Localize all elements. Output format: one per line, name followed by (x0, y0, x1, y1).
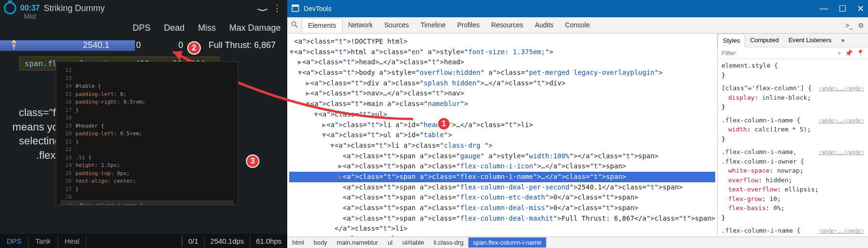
footer-stat: 61.0hps (250, 235, 287, 247)
val-maxhit: Full Thrust: 6,867 (208, 40, 281, 50)
styles-filter-input[interactable] (721, 49, 837, 57)
dom-row[interactable]: </a">class="t">li> (289, 224, 715, 234)
styles-panel: StylesComputedEvent Listeners» + 📌 📍 ele… (717, 34, 868, 236)
styles-tab-event-listeners[interactable]: Event Listeners (783, 34, 836, 47)
val-dead: 0 (124, 40, 153, 50)
zone-label: Mist (24, 12, 37, 20)
rule-source-link[interactable]: <style>…</style> (819, 116, 864, 125)
styles-tab-more[interactable]: » (836, 34, 849, 47)
dom-row[interactable]: <a">class="t">span a">class="flex-column… (289, 203, 715, 213)
footer-tab-heal[interactable]: Heal (58, 235, 87, 247)
dom-row[interactable]: <a">class="t">span a">class="flex-column… (289, 192, 715, 203)
callout-2: 2 (187, 41, 201, 55)
crumb[interactable]: ul#table (397, 237, 429, 248)
callout-1: 1 (437, 117, 451, 130)
col-dps: DPS (133, 23, 150, 33)
svg-rect-2 (293, 5, 299, 7)
rule-source-link[interactable]: <style>…</style> (819, 147, 864, 157)
dom-row[interactable]: ▶<a">class="t">span a">class="flex-colum… (289, 172, 715, 182)
val-dps: 2540.1 (82, 40, 110, 50)
inspect-icon[interactable] (287, 21, 302, 30)
crumb[interactable]: ul (383, 237, 397, 248)
tab-console[interactable]: Console (559, 18, 595, 32)
css-editor-preview: 121314#table {15 padding-left: 0;16 padd… (56, 61, 238, 205)
devtools-icon (291, 4, 300, 14)
styles-rules[interactable]: element.style {}<style>…</style>[class^=… (718, 59, 868, 236)
dom-row[interactable]: ▶<a">class="t">div a">class="splash hidd… (289, 78, 715, 89)
crumb[interactable]: body (309, 237, 332, 248)
minimize-icon[interactable]: — (819, 3, 828, 14)
tab-network[interactable]: Network (342, 18, 379, 32)
col-miss: Miss (198, 23, 216, 33)
footer-stat: 0/1 (182, 235, 204, 247)
tab-timeline[interactable]: Timeline (415, 18, 451, 32)
dom-row[interactable]: ▼<a">class="t">html a">class="en" a">sty… (289, 47, 715, 58)
footer-stat: 2540.1dps (204, 235, 250, 247)
tab-profiles[interactable]: Profiles (452, 18, 486, 32)
add-rule-icon[interactable]: + (837, 49, 841, 57)
overlay-footer: DPSTankHeal 0/12540.1dps61.0hps (0, 234, 287, 248)
dom-tree[interactable]: <a">class="t">!DOCTYPE html>▼<a">class="… (287, 34, 717, 236)
maximize-icon[interactable]: ☐ (839, 3, 846, 14)
drawer-icon[interactable]: >_ (845, 22, 853, 29)
stopwatch-icon (4, 2, 16, 14)
svg-line-4 (295, 25, 297, 27)
rule-source-link[interactable]: <style>…</style> (819, 226, 864, 236)
collapse-icon[interactable]: ⌄ (252, 3, 273, 13)
crumb[interactable]: html (287, 237, 309, 248)
dom-row[interactable]: ▶<a">class="t">li a">id="header">…</a">c… (289, 120, 715, 130)
breadcrumb[interactable]: htmlbodymain.nameblurulul#tableli.class-… (287, 236, 868, 248)
close-icon[interactable]: ✕ (857, 3, 864, 14)
rule-source-link[interactable]: <style>…</style> (819, 83, 864, 93)
tab-audits[interactable]: Audits (529, 18, 559, 32)
game-overlay: 00:37 Striking Dummy Mist ⌄ ⋮ DPS Dead M… (0, 0, 287, 248)
col-maxdmg: Max Damage (229, 23, 281, 33)
col-dead: Dead (164, 23, 184, 33)
crumb[interactable]: main.nameblur (332, 237, 383, 248)
crumb[interactable]: span.flex-column-i-name (468, 237, 546, 248)
devtools-tabbar: ElementsNetworkSourcesTimelineProfilesRe… (287, 17, 868, 34)
dom-row[interactable]: ▼<a">class="t">ul> (289, 109, 715, 120)
dom-row[interactable]: ▶<a">class="t">head>…</a">class="t">head… (289, 57, 715, 68)
toggle-state-icon[interactable]: 📌 (845, 49, 853, 57)
dom-row[interactable]: ▶<a">class="t">nav>…</a">class="t">nav> (289, 88, 715, 99)
job-icon (9, 39, 19, 50)
dom-row[interactable]: <a">class="t">span a">class="flex-column… (289, 182, 715, 193)
dom-row[interactable]: ▼<a">class="t">main a">class="nameblur"> (289, 99, 715, 109)
dom-row[interactable]: <a">class="t">!DOCTYPE html> (289, 36, 715, 47)
encounter-title: Striking Dummy (44, 3, 105, 13)
footer-tab-tank[interactable]: Tank (29, 235, 58, 247)
settings-icon[interactable]: ⚙ (858, 22, 864, 29)
dom-row[interactable]: ▼<a">class="t">body a">style="overflow:h… (289, 68, 715, 78)
styles-tab-computed[interactable]: Computed (745, 34, 783, 47)
menu-icon[interactable]: ⋮ (273, 3, 282, 13)
window-title: DevTools (304, 5, 331, 12)
tab-sources[interactable]: Sources (379, 18, 415, 32)
styles-tab-styles[interactable]: Styles (718, 34, 745, 47)
dom-row[interactable]: ▼<a">class="t">li a">class="class-drg "> (289, 141, 715, 151)
dom-row[interactable]: ▶<a">class="t">span a">class="flex-colum… (289, 161, 715, 172)
crumb[interactable]: li.class-drg (429, 237, 468, 248)
tab-resources[interactable]: Resources (485, 18, 529, 32)
encounter-time: 00:37 (20, 4, 40, 12)
dom-row[interactable]: <a">class="t">span a">class="flex-column… (289, 213, 715, 224)
dom-row[interactable]: <a">class="t">span a">class="gauge" a">s… (289, 151, 715, 162)
window-titlebar[interactable]: DevTools — ☐ ✕ (287, 0, 868, 17)
tab-elements[interactable]: Elements (302, 18, 342, 33)
footer-tab-dps[interactable]: DPS (0, 235, 29, 247)
svg-point-3 (292, 22, 296, 26)
pin-icon[interactable]: 📍 (856, 49, 864, 57)
devtools-window: DevTools — ☐ ✕ ElementsNetworkSourcesTim… (287, 0, 868, 248)
dom-row[interactable]: ▼<a">class="t">ul a">id="table"> (289, 130, 715, 141)
callout-3: 3 (246, 154, 259, 168)
